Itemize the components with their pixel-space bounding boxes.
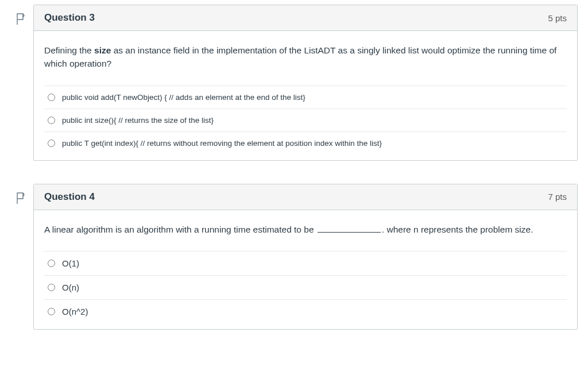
question-title: Question 4 [44,191,95,203]
answer-option[interactable]: public void add(T newObject) { // adds a… [44,86,567,109]
question-block: Question 3 5 pts Defining the size as an… [33,5,578,161]
question-points: 7 pts [548,192,567,202]
answers-list: public void add(T newObject) { // adds a… [44,86,567,154]
answer-text: public T get(int index){ // returns with… [62,139,382,148]
question-block: Question 4 7 pts A linear algorithm is a… [33,184,578,330]
prompt-text-post: . where n represents the problem size. [382,225,533,234]
question-prompt: Defining the size as an instance field i… [44,44,567,71]
answer-radio[interactable] [48,117,55,124]
answer-text: public void add(T newObject) { // adds a… [62,93,305,102]
answer-radio[interactable] [48,260,55,267]
answer-option[interactable]: public int size(){ // returns the size o… [44,109,567,132]
prompt-text-pre: A linear algorithm is an algorithm with … [44,225,316,234]
fill-blank [318,225,381,232]
flag-icon[interactable] [15,192,25,204]
question-points: 5 pts [548,13,567,23]
question-body: Defining the size as an instance field i… [34,31,577,160]
answer-text: public int size(){ // returns the size o… [62,116,214,125]
answer-text: O(1) [62,258,79,268]
question-card: Question 3 5 pts Defining the size as an… [33,5,578,161]
answer-radio[interactable] [48,140,55,147]
answer-option[interactable]: O(1) [44,252,567,276]
answer-option[interactable]: public T get(int index){ // returns with… [44,132,567,154]
answers-list: O(1) O(n) O(n^2) [44,251,567,323]
question-title: Question 3 [44,12,95,24]
prompt-text-bold: size [94,45,111,55]
question-header: Question 4 7 pts [34,184,577,210]
answer-text: O(n^2) [62,307,88,316]
answer-radio[interactable] [48,94,55,101]
answer-radio[interactable] [48,284,55,291]
question-body: A linear algorithm is an algorithm with … [34,210,577,329]
question-prompt: A linear algorithm is an algorithm with … [44,223,567,236]
question-header: Question 3 5 pts [34,5,577,31]
flag-icon[interactable] [15,13,25,25]
question-card: Question 4 7 pts A linear algorithm is a… [33,184,578,330]
prompt-text-pre: Defining the [44,45,94,55]
answer-option[interactable]: O(n^2) [44,300,567,323]
prompt-text-post: as an instance field in the implementati… [44,45,556,68]
answer-radio[interactable] [48,308,55,315]
answer-option[interactable]: O(n) [44,276,567,300]
answer-text: O(n) [62,283,79,292]
